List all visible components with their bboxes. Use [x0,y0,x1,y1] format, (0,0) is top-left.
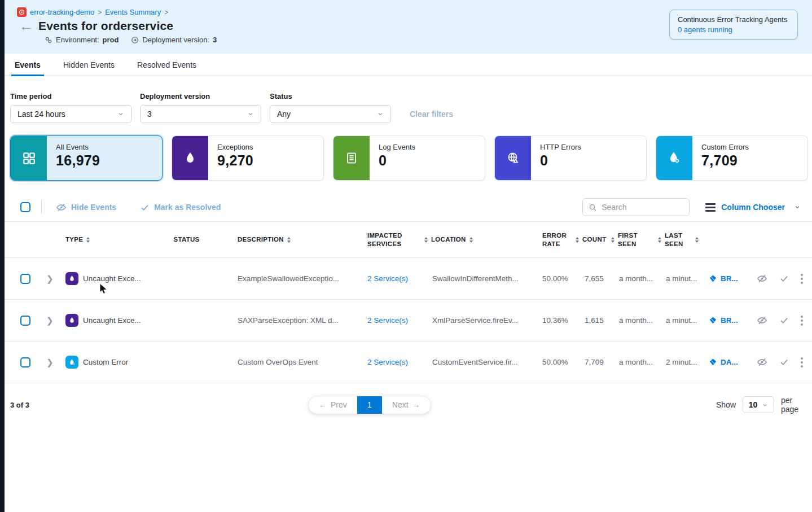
expand-chevron-icon[interactable]: ❯ [46,316,54,326]
gem-icon [709,274,717,283]
column-header-count[interactable]: COUNT [574,235,605,243]
sort-icon[interactable] [469,237,473,243]
time-period-label: Time period [10,92,131,100]
card-label: HTTP Errors [540,143,581,151]
agents-status-card[interactable]: Continuous Error Tracking Agents 0 agent… [669,10,798,40]
deployment-value: 3 [213,36,217,44]
row-menu-icon[interactable] [801,316,803,326]
deployment-label: Deployment version: [142,36,209,44]
hide-event-icon[interactable] [757,315,767,326]
column-header-last-seen[interactable]: LAST SEEN [653,231,699,248]
column-header-impacted-services[interactable]: IMPACTED SERVICES [357,231,408,248]
page-size-select[interactable]: 10 [743,396,774,413]
table-row[interactable]: ❯ Uncaught Exce... SAXParseException: XM… [5,300,812,342]
sort-icon[interactable] [611,237,615,243]
event-location: SwallowInDifferentMeth... [422,274,532,283]
hide-event-icon[interactable] [757,357,767,367]
status-label: Status [270,92,391,100]
card-value: 0 [540,152,581,169]
assignee-link[interactable]: BR... [699,316,743,325]
search-icon [589,203,597,212]
expand-chevron-icon[interactable]: ❯ [46,357,54,367]
pagination: ← Prev 1 Next → [308,396,431,414]
page-number-button[interactable]: 1 [357,396,382,414]
tab-resolved-events[interactable]: Resolved Events [137,54,196,76]
first-seen: a month... [605,274,653,283]
column-chooser-button[interactable]: Column Chooser [705,203,801,212]
status-select[interactable]: Any [270,105,391,123]
table-row[interactable]: ❯ Uncaught Exce... ExampleSwallowedExcep… [5,258,812,300]
next-page-button[interactable]: Next → [382,396,431,414]
hide-event-icon[interactable] [757,273,767,284]
column-header-status[interactable]: STATUS [146,235,227,243]
hide-events-button[interactable]: Hide Events [56,202,116,213]
card-label: Exceptions [217,143,253,151]
arrow-left-icon: ← [319,400,327,409]
expand-chevron-icon[interactable]: ❯ [46,274,54,284]
result-count: 3 of 3 [10,401,29,409]
column-header-type[interactable]: TYPE [55,235,146,243]
error-rate: 50.00% [532,274,574,283]
card-log-events[interactable]: Log Events 0 [333,135,485,181]
mark-resolved-button[interactable]: Mark as Resolved [140,203,221,212]
back-arrow-icon[interactable]: ← [19,20,33,32]
error-rate: 50.00% [532,358,574,366]
sort-icon[interactable] [576,237,579,243]
stat-cards: All Events 16,979 Exceptions 9,270 Log E… [5,123,812,181]
collapsed-sidebar[interactable] [0,0,5,512]
row-checkbox[interactable] [20,316,30,326]
card-custom-errors[interactable]: Custom Errors 7,709 [656,135,808,181]
impacted-services-link[interactable]: 2 Service(s) [367,274,408,283]
column-header-location[interactable]: LOCATION [422,235,532,243]
select-all-checkbox[interactable] [20,202,30,212]
column-header-first-seen[interactable]: FIRST SEEN [605,231,653,248]
event-location: XmlParseService.fireEv... [422,316,532,325]
column-header-description[interactable]: DESCRIPTION [227,235,357,243]
mark-resolved-label: Mark as Resolved [154,203,221,212]
row-checkbox[interactable] [20,274,30,284]
check-icon [140,203,150,212]
tab-events[interactable]: Events [15,54,41,76]
column-header-error-rate[interactable]: ERROR RATE [532,231,567,248]
sort-icon[interactable] [287,237,291,243]
card-value: 7,709 [701,152,749,169]
resolve-event-icon[interactable] [779,357,789,367]
sort-icon[interactable] [86,237,90,243]
impacted-services-link[interactable]: 2 Service(s) [367,358,408,366]
clear-filters-button[interactable]: Clear filters [410,110,453,119]
row-menu-icon[interactable] [801,274,803,284]
card-label: All Events [56,143,100,151]
assignee-link[interactable]: BR... [699,274,743,283]
breadcrumb-section-link[interactable]: Events Summary [105,8,161,16]
resolve-event-icon[interactable] [779,316,789,325]
sort-icon[interactable] [658,237,661,243]
row-menu-icon[interactable] [801,357,803,367]
agents-running-link[interactable]: 0 agents running [678,25,789,34]
prev-page-button[interactable]: ← Prev [309,396,357,414]
deployment-version-select[interactable]: 3 [140,105,261,123]
time-period-select[interactable]: Last 24 hours [10,105,131,123]
resolve-event-icon[interactable] [779,274,789,283]
gem-icon [709,358,717,366]
breadcrumb-project-link[interactable]: error-tracking-demo [30,8,94,16]
event-count: 1,615 [574,316,605,325]
search-input[interactable] [602,203,675,212]
events-table: TYPE STATUS DESCRIPTION IMPACTED SERVICE… [5,221,812,383]
tab-hidden-events[interactable]: Hidden Events [63,54,115,76]
flame-icon [65,272,78,285]
sort-icon[interactable] [424,237,428,243]
assignee-link[interactable]: DA... [699,358,743,366]
impacted-services-link[interactable]: 2 Service(s) [367,316,408,325]
environment-meta: Environment: prod [45,36,118,44]
row-checkbox[interactable] [20,357,30,367]
deployment-icon [131,36,139,44]
table-row[interactable]: ❯ Custom Error Custom OverOps Event 2 Se… [5,342,812,383]
arrow-right-icon: → [412,400,420,409]
card-label: Custom Errors [701,143,749,151]
last-seen: a minut... [653,316,699,325]
card-all-events[interactable]: All Events 16,979 [10,135,163,181]
sort-icon[interactable] [695,237,699,243]
card-http-errors[interactable]: HTTP Errors 0 [494,135,647,181]
card-exceptions[interactable]: Exceptions 9,270 [172,135,324,181]
environment-label: Environment: [56,36,99,44]
